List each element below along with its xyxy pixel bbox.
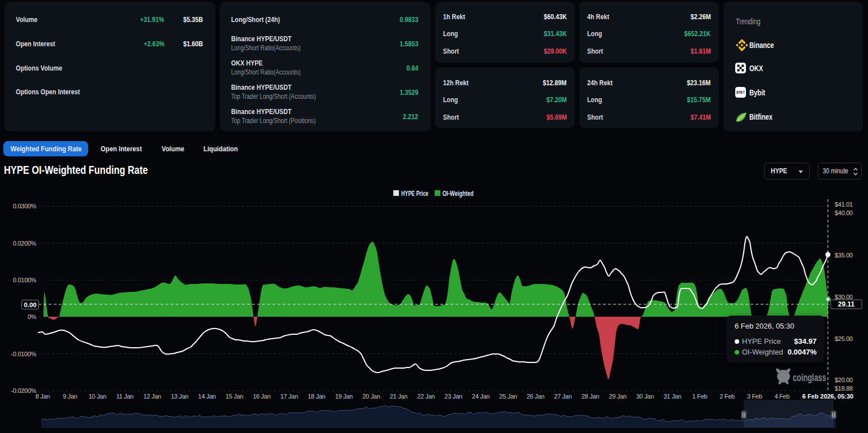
svg-text:6 Feb 2026, 05:30: 6 Feb 2026, 05:30	[802, 393, 854, 400]
svg-text:12 Jan: 12 Jan	[144, 393, 161, 400]
svg-text:coinglass: coinglass	[793, 372, 826, 383]
svg-text:16 Jan: 16 Jan	[253, 393, 270, 400]
svg-text:0.0100%: 0.0100%	[13, 277, 37, 283]
svg-text:0.0200%: 0.0200%	[13, 240, 37, 247]
svg-text:25 Jan: 25 Jan	[500, 393, 517, 400]
svg-text:13 Jan: 13 Jan	[171, 393, 188, 400]
svg-text:$18.88: $18.88	[835, 385, 853, 392]
svg-text:19 Jan: 19 Jan	[335, 393, 353, 400]
svg-text:26 Jan: 26 Jan	[527, 393, 544, 400]
svg-text:20 Jan: 20 Jan	[362, 393, 380, 400]
svg-text:HYPE Price: HYPE Price	[401, 190, 428, 198]
svg-text:27 Jan: 27 Jan	[554, 393, 571, 400]
svg-text:$40.00: $40.00	[835, 209, 853, 216]
svg-text:28 Jan: 28 Jan	[581, 393, 599, 400]
svg-text:3 Feb: 3 Feb	[747, 393, 762, 400]
svg-text:-0.0100%: -0.0100%	[11, 351, 36, 357]
svg-text:2 Feb: 2 Feb	[719, 393, 735, 400]
svg-text:24 Jan: 24 Jan	[472, 393, 489, 400]
svg-text:17 Jan: 17 Jan	[280, 393, 298, 400]
svg-text:31 Jan: 31 Jan	[663, 393, 681, 400]
svg-text:$41.01: $41.01	[835, 201, 853, 208]
svg-text:$25.00: $25.00	[835, 335, 853, 342]
svg-text:29.11: 29.11	[838, 300, 855, 308]
svg-text:1 Feb: 1 Feb	[692, 393, 708, 400]
svg-text:$20.00: $20.00	[835, 377, 853, 383]
svg-text:0%: 0%	[28, 313, 37, 320]
svg-text:18 Jan: 18 Jan	[307, 393, 325, 400]
svg-text:21 Jan: 21 Jan	[390, 393, 407, 400]
svg-text:30 Jan: 30 Jan	[636, 393, 654, 400]
svg-text:$35.00: $35.00	[835, 252, 853, 259]
svg-text:9 Jan: 9 Jan	[63, 393, 77, 400]
svg-text:-0.0200%: -0.0200%	[11, 387, 36, 394]
svg-text:0.0300%: 0.0300%	[13, 203, 37, 209]
svg-text:23 Jan: 23 Jan	[445, 393, 462, 400]
svg-text:10 Jan: 10 Jan	[89, 393, 106, 400]
svg-text:0.00: 0.00	[24, 301, 36, 308]
svg-text:11 Jan: 11 Jan	[116, 393, 134, 400]
svg-text:4 Feb: 4 Feb	[774, 393, 789, 400]
svg-text:22 Jan: 22 Jan	[417, 393, 435, 400]
svg-text:OI-Weighted: OI-Weighted	[442, 190, 474, 198]
svg-text:29 Jan: 29 Jan	[609, 393, 626, 400]
svg-text:15 Jan: 15 Jan	[225, 393, 243, 400]
svg-text:14 Jan: 14 Jan	[198, 393, 216, 400]
svg-text:8 Jan: 8 Jan	[36, 393, 50, 400]
